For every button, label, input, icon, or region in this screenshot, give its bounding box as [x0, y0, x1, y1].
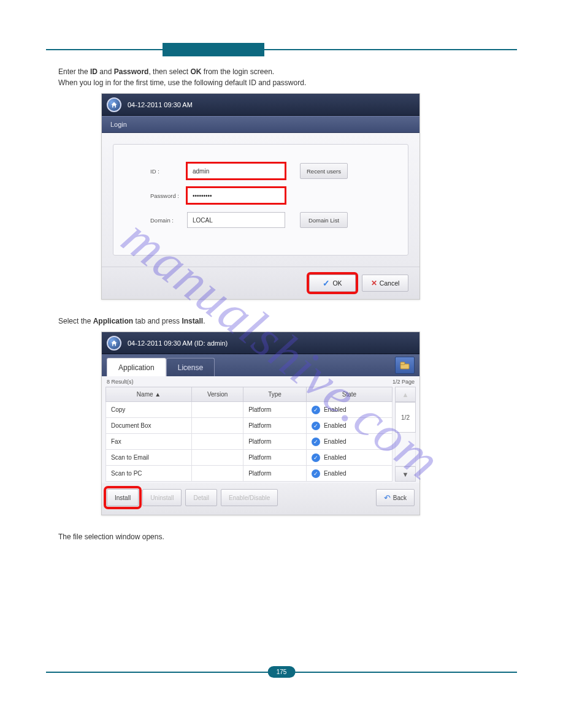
- intro-text: Enter the ID and Password, then select O…: [58, 66, 517, 88]
- domain-list-button[interactable]: Domain List: [300, 212, 348, 228]
- mid-text: Select the Application tab and press Ins…: [58, 316, 517, 327]
- password-row: Password :: [150, 188, 383, 203]
- undo-icon: ↶: [384, 493, 391, 502]
- cell-version: [192, 402, 243, 418]
- home-icon[interactable]: [107, 97, 121, 112]
- domain-input[interactable]: [187, 212, 285, 228]
- app-timestamp: 04-12-2011 09:30 AM (ID: admin): [128, 339, 228, 347]
- cell-version: [192, 466, 243, 482]
- close-icon: ✕: [371, 279, 377, 287]
- enable-disable-button[interactable]: Enable/Disable: [221, 489, 278, 506]
- check-circle-icon: ✓: [312, 438, 320, 446]
- cell-state: ✓Enabled: [306, 402, 392, 418]
- home-icon[interactable]: [107, 336, 121, 351]
- cell-name: Document Box: [106, 418, 192, 434]
- cell-version: [192, 434, 243, 450]
- password-label: Password :: [150, 192, 187, 199]
- application-panel: 04-12-2011 09:30 AM (ID: admin) Applicat…: [101, 332, 420, 515]
- ok-button[interactable]: ✓ OK: [309, 275, 356, 292]
- tab-license[interactable]: License: [166, 358, 215, 376]
- login-titlebar: 04-12-2011 09:30 AM: [102, 94, 419, 116]
- results-count: 8 Result(s): [107, 379, 134, 385]
- cell-name: Scan to PC: [106, 466, 192, 482]
- recent-users-button[interactable]: Recent users: [300, 163, 348, 179]
- login-timestamp: 04-12-2011 09:30 AM: [128, 101, 193, 108]
- cell-version: [192, 450, 243, 466]
- login-panel: 04-12-2011 09:30 AM Login ID : Recent us…: [101, 93, 420, 300]
- check-icon: ✓: [323, 278, 330, 288]
- cell-state: ✓Enabled: [306, 418, 392, 434]
- page-indicator: 1/2: [395, 402, 416, 433]
- id-input[interactable]: [187, 163, 285, 179]
- cell-version: [192, 418, 243, 434]
- uninstall-button[interactable]: Uninstall: [142, 489, 182, 506]
- pager-spacer: [395, 433, 416, 466]
- col-name[interactable]: Name ▲: [106, 387, 192, 402]
- table-row[interactable]: CopyPlatform✓Enabled: [106, 402, 393, 418]
- page-number: 175: [268, 666, 296, 678]
- cell-name: Scan to Email: [106, 450, 192, 466]
- tab-application[interactable]: Application: [107, 358, 166, 376]
- check-circle-icon: ✓: [312, 453, 320, 462]
- check-circle-icon: ✓: [312, 422, 320, 430]
- results-bar: 8 Result(s) 1/2 Page: [102, 376, 419, 387]
- col-state[interactable]: State: [306, 387, 392, 402]
- table-row[interactable]: Scan to PCPlatform✓Enabled: [106, 466, 393, 482]
- cell-state: ✓Enabled: [306, 450, 392, 466]
- cell-type: Platform: [243, 418, 307, 434]
- file-icon[interactable]: [395, 357, 415, 374]
- login-subheader: Login: [102, 116, 419, 133]
- check-circle-icon: ✓: [312, 469, 320, 478]
- detail-button[interactable]: Detail: [185, 489, 217, 506]
- pager-text: 1/2 Page: [393, 379, 415, 385]
- cell-state: ✓Enabled: [306, 466, 392, 482]
- tabs-row: Application License: [102, 354, 419, 376]
- table-row[interactable]: FaxPlatform✓Enabled: [106, 434, 393, 450]
- cell-name: Copy: [106, 402, 192, 418]
- pager-column: ▲ 1/2 ▼: [395, 387, 416, 482]
- table-header-row: Name ▲ Version Type State: [106, 387, 393, 402]
- cell-type: Platform: [243, 402, 307, 418]
- id-row: ID : Recent users: [150, 163, 383, 179]
- cell-state: ✓Enabled: [306, 434, 392, 450]
- top-divider: [46, 49, 517, 50]
- cell-name: Fax: [106, 434, 192, 450]
- svg-rect-1: [400, 362, 405, 365]
- cancel-button[interactable]: ✕ Cancel: [362, 275, 408, 292]
- domain-label: Domain :: [150, 217, 187, 224]
- back-button[interactable]: ↶ Back: [376, 489, 415, 506]
- col-version[interactable]: Version: [192, 387, 243, 402]
- install-button[interactable]: Install: [107, 489, 139, 506]
- cell-type: Platform: [243, 450, 307, 466]
- app-titlebar: 04-12-2011 09:30 AM (ID: admin): [102, 332, 419, 354]
- page-up-button[interactable]: ▲: [395, 387, 416, 402]
- domain-row: Domain : Domain List: [150, 212, 383, 228]
- check-circle-icon: ✓: [312, 406, 320, 414]
- id-label: ID :: [150, 168, 187, 175]
- col-type[interactable]: Type: [243, 387, 307, 402]
- cell-type: Platform: [243, 434, 307, 450]
- table-row[interactable]: Scan to EmailPlatform✓Enabled: [106, 450, 393, 466]
- page-down-button[interactable]: ▼: [395, 466, 416, 482]
- app-table: Name ▲ Version Type State CopyPlatform✓E…: [105, 387, 393, 482]
- cell-type: Platform: [243, 466, 307, 482]
- closing-text: The file selection window opens.: [58, 533, 517, 541]
- password-input[interactable]: [187, 188, 285, 203]
- table-row[interactable]: Document BoxPlatform✓Enabled: [106, 418, 393, 434]
